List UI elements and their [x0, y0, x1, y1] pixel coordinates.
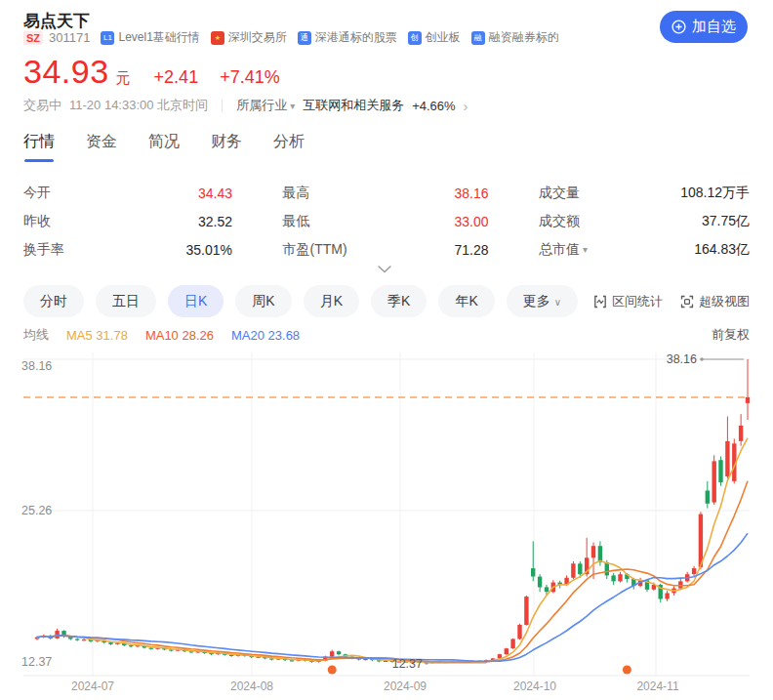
industry-change: +4.66%	[412, 99, 455, 113]
candle	[571, 561, 575, 579]
candle	[618, 572, 622, 583]
candlestick-chart[interactable]: 38.1625.2612.372024-072024-082024-092024…	[0, 347, 773, 700]
tab-funds[interactable]: 资金	[86, 132, 117, 162]
tab-financials[interactable]: 财务	[211, 132, 242, 162]
candle	[706, 481, 710, 509]
tag-label: 深港通标的股票	[315, 29, 397, 46]
nav-tabs: 行情 资金 简况 财务 分析	[23, 132, 305, 162]
x-axis-label: 2024-11	[636, 679, 678, 693]
y-axis-label: 38.16	[21, 359, 52, 373]
price-unit: 元	[116, 69, 131, 88]
chart-tools: 区间统计 超级视图	[593, 293, 750, 310]
ma20-value: MA20 23.68	[231, 328, 300, 343]
super-view-button[interactable]: 超级视图	[680, 293, 750, 310]
candle	[538, 574, 542, 592]
range-stats-button[interactable]: 区间统计	[593, 293, 663, 310]
tag-level1: L1 Level1基础行情	[101, 29, 199, 46]
ma20-line	[37, 533, 748, 661]
period-weekly-k[interactable]: 周K	[235, 285, 291, 317]
candle	[725, 417, 729, 479]
period-more[interactable]: 更多	[507, 285, 578, 317]
stat-prev-close: 昨收 32.52	[23, 207, 232, 235]
period-5day[interactable]: 五日	[96, 285, 156, 317]
ma-legend: 均线 MA5 31.78 MA10 28.26 MA20 23.68	[23, 326, 300, 344]
tab-profile[interactable]: 简况	[148, 132, 180, 162]
ma10-value: MA10 28.26	[145, 328, 214, 343]
y-axis-label: 25.26	[21, 504, 52, 517]
status-row: 交易中 11-20 14:33:00 北京时间 所属行业 互联网和相关服务 +4…	[23, 97, 468, 114]
rong-icon: 融	[471, 31, 485, 45]
candle	[82, 638, 86, 640]
adjust-mode[interactable]: 前复权	[712, 326, 750, 344]
period-yearly-k[interactable]: 年K	[438, 285, 494, 317]
x-axis-label: 2024-10	[513, 679, 556, 693]
candle	[505, 648, 509, 655]
x-axis-label: 2024-07	[71, 679, 114, 693]
l1-icon: L1	[101, 31, 114, 45]
caret-down-icon	[550, 293, 561, 309]
candle	[718, 457, 722, 486]
stat-market-cap: 总市值 164.83亿	[539, 235, 750, 264]
period-minute[interactable]: 分时	[23, 285, 84, 317]
market-badge: SZ	[23, 31, 43, 45]
tong-icon: 通	[298, 31, 311, 45]
divider	[222, 100, 223, 112]
stat-pe-ttm: 市盈(TTM) 71.28	[283, 235, 489, 264]
candle	[75, 638, 79, 640]
candle	[510, 638, 514, 649]
industry-label[interactable]: 所属行业	[236, 97, 295, 114]
expand-stats-chevron[interactable]	[371, 262, 398, 277]
chevron-down-icon	[378, 266, 391, 273]
candle	[61, 631, 65, 638]
stats-grid: 今开 34.43 昨收 32.52 换手率 35.01% 最高 38.16 最低…	[23, 179, 750, 264]
period-daily-k[interactable]: 日K	[168, 285, 224, 317]
ma-title: 均线	[23, 326, 49, 344]
quote-timestamp: 11-20 14:33:00 北京时间	[69, 97, 208, 114]
stat-open: 今开 34.43	[23, 179, 232, 207]
chevron-right-icon[interactable]: ›	[464, 99, 468, 113]
tab-analysis[interactable]: 分析	[273, 132, 305, 162]
tag-exchange: 深圳交易所	[211, 29, 287, 46]
period-monthly-k[interactable]: 月K	[304, 285, 359, 317]
tag-label: 融资融券标的	[489, 29, 559, 46]
ma5-line	[37, 438, 748, 663]
candle	[746, 359, 750, 420]
stock-detail-page: 易点天下 SZ 301171 L1 Level1基础行情 深圳交易所 通 深港通…	[0, 0, 773, 700]
candle	[678, 579, 682, 590]
candle	[692, 566, 696, 577]
high-marker-label: 38.16	[667, 352, 697, 366]
stat-high: 最高 38.16	[283, 179, 489, 207]
candle	[55, 629, 59, 639]
current-price: 34.93	[23, 53, 109, 91]
candle	[524, 596, 528, 626]
range-stats-icon	[593, 295, 607, 309]
candle	[712, 455, 716, 505]
quote-block: 34.93 元 +2.41 +7.41%	[23, 53, 280, 91]
market-cap-label[interactable]: 总市值	[539, 241, 588, 259]
tag-chinext: 创 创业板	[408, 29, 461, 46]
stat-amount: 成交额 37.75亿	[539, 207, 750, 235]
ma10-line	[37, 481, 748, 662]
period-quarterly-k[interactable]: 季K	[371, 285, 427, 317]
industry-name[interactable]: 互联网和相关服务	[303, 97, 404, 114]
stat-low: 最低 33.00	[283, 207, 489, 235]
price-change: +2.41	[154, 67, 199, 88]
stat-volume: 成交量 108.12万手	[539, 179, 750, 207]
low-marker-label: 12.37	[392, 657, 423, 671]
candle	[611, 573, 615, 585]
add-watchlist-label: 加自选	[692, 18, 736, 36]
event-dot[interactable]	[328, 666, 337, 675]
tag-margin: 融 融资融券标的	[471, 29, 559, 46]
plus-circle-icon	[671, 20, 686, 34]
tag-hk-connect: 通 深港通标的股票	[298, 29, 397, 46]
add-watchlist-button[interactable]: 加自选	[660, 11, 748, 43]
stock-code: 301171	[49, 30, 90, 45]
candle	[739, 414, 743, 446]
event-dot[interactable]	[623, 666, 631, 675]
super-view-icon	[680, 295, 694, 309]
tab-quotes[interactable]: 行情	[23, 132, 55, 162]
tag-label: 深圳交易所	[228, 29, 287, 46]
x-axis-label: 2024-08	[230, 679, 273, 693]
price-change-percent: +7.41%	[220, 67, 280, 88]
shenzhen-exchange-icon	[211, 31, 224, 45]
